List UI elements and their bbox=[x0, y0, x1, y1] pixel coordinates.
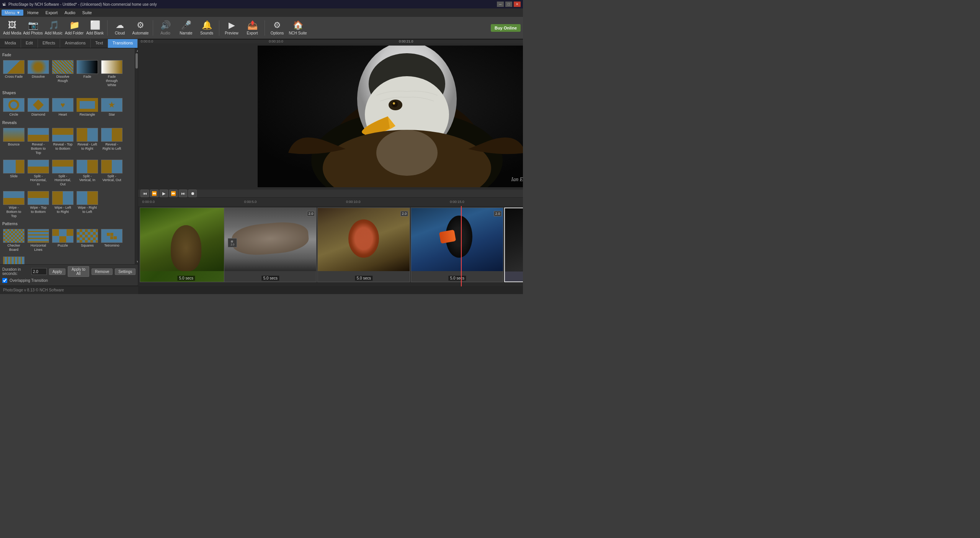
cloud-button[interactable]: ☁ Cloud bbox=[110, 18, 130, 38]
transition-split-h-in[interactable]: Split - Horizontal, In bbox=[27, 158, 50, 188]
export-button[interactable]: 📤 Export bbox=[242, 18, 262, 38]
clip-3[interactable]: 5.0 secs 2.0 bbox=[317, 208, 410, 282]
transition-reveal-b-t[interactable]: Reveal - Bottom to Top bbox=[27, 126, 50, 156]
transition-split-v-in[interactable]: Split - Vertical, In bbox=[76, 158, 99, 188]
transition-dissolve-rough[interactable]: Dissolve Rough bbox=[51, 59, 74, 88]
transition-checker[interactable]: Checker Board bbox=[2, 227, 25, 253]
bottom-controls: Duration in seconds: Apply Apply to All … bbox=[0, 264, 138, 286]
transition-circle[interactable]: Circle bbox=[2, 96, 25, 118]
playback-skip-end[interactable]: ⏭ bbox=[179, 190, 187, 197]
transition-reveal-l-r[interactable]: Reveal - Left to Right bbox=[76, 126, 99, 156]
transition-heart[interactable]: ♥ Heart bbox=[51, 96, 74, 118]
minimize-button[interactable]: ─ bbox=[497, 2, 504, 7]
narrate-button[interactable]: 🎤 Narrate bbox=[176, 18, 196, 38]
add-photos-button[interactable]: 📷 Add Photos bbox=[23, 18, 43, 38]
panel-scrollbar[interactable]: ▲ ▼ bbox=[135, 48, 138, 264]
sounds-button[interactable]: 🔔 Sounds bbox=[197, 18, 217, 38]
preview-watermark: Ian Evenden 2014 bbox=[511, 177, 523, 183]
transition-label-tetromino: Tetromino bbox=[104, 244, 119, 248]
clip-2[interactable]: 5.0 secs 2.0 bbox=[224, 208, 317, 282]
menu-item-home[interactable]: Home bbox=[24, 10, 41, 16]
clip-4[interactable]: 5.0 secs 2.0 bbox=[411, 208, 503, 282]
transition-label-reveal-r-l: Reveal - Right to Left bbox=[102, 142, 122, 151]
nch-suite-button[interactable]: 🏠 NCH Suite bbox=[288, 18, 308, 38]
transition-split-v-out[interactable]: Split - Vertical, Out bbox=[100, 158, 123, 188]
eagle-preview-svg bbox=[258, 46, 523, 187]
playback-rewind[interactable]: ⏪ bbox=[150, 190, 158, 197]
transition-diamond[interactable]: Diamond bbox=[27, 96, 50, 118]
transition-wipe-r-l[interactable]: Wipe - Right to Left bbox=[76, 190, 99, 219]
playback-fast-forward[interactable]: ⏩ bbox=[169, 190, 178, 197]
app-icon: 📽 bbox=[2, 2, 6, 7]
timeline-tracks[interactable]: 5.0 secs ⊞2.0 5.0 secs 2.0 bbox=[138, 206, 523, 294]
transition-wipe-b-t[interactable]: Wipe - Bottom to Top bbox=[2, 190, 25, 219]
apply-all-button[interactable]: Apply to All bbox=[68, 266, 89, 277]
transition-thumb-wipe-r-l bbox=[77, 191, 98, 205]
transition-label-split-v-in: Split - Vertical, In bbox=[77, 174, 97, 183]
menu-item-menu[interactable]: Menu ▼ bbox=[2, 10, 23, 16]
transition-h-lines[interactable]: Horizontal Lines bbox=[27, 227, 50, 253]
transition-slide[interactable]: Slide bbox=[2, 158, 25, 188]
video-track: 5.0 secs ⊞2.0 5.0 secs 2.0 bbox=[138, 206, 523, 286]
apply-button[interactable]: Apply bbox=[49, 268, 65, 275]
toolbar-separator-1 bbox=[107, 20, 108, 36]
buy-online-button[interactable]: Buy Online bbox=[491, 24, 521, 32]
options-button[interactable]: ⚙ Options bbox=[267, 18, 287, 38]
transition-v-lines[interactable]: Vertical Lines bbox=[2, 255, 25, 264]
transition-wipe-t-b[interactable]: Wipe - Top to Bottom bbox=[27, 190, 50, 219]
add-music-button[interactable]: 🎵 Add Music bbox=[44, 18, 64, 38]
transition-thumb-reveal-b-t bbox=[28, 128, 49, 142]
transition-squares[interactable]: Squares bbox=[76, 227, 99, 253]
transition-puzzle[interactable]: Puzzle bbox=[51, 227, 74, 253]
transition-cross-fade[interactable]: Cross Fade bbox=[2, 59, 25, 88]
transition-label-checker: Checker Board bbox=[4, 244, 24, 252]
transition-label-slide: Slide bbox=[10, 174, 18, 178]
menu-item-export[interactable]: Export bbox=[42, 10, 61, 16]
tab-effects[interactable]: Effects bbox=[38, 39, 60, 48]
close-button[interactable]: ✕ bbox=[514, 2, 521, 7]
toolbar-separator-3 bbox=[219, 20, 219, 36]
clip-1[interactable]: 5.0 secs bbox=[140, 208, 232, 282]
transition-tetromino[interactable]: Tetromino bbox=[100, 227, 123, 253]
tl-mark-10: 0:00:10.0 bbox=[346, 200, 361, 204]
audio-button[interactable]: 🔊 Audio bbox=[155, 18, 175, 38]
tab-media[interactable]: Media bbox=[0, 39, 21, 48]
preview-button[interactable]: ▶ Preview bbox=[222, 18, 242, 38]
automate-button[interactable]: ⚙ Automate bbox=[131, 18, 150, 38]
transition-wipe-l-r[interactable]: Wipe - Left to Right bbox=[51, 190, 74, 219]
maximize-button[interactable]: □ bbox=[505, 2, 512, 7]
transition-split-h-out[interactable]: Split - Horizontal, Out bbox=[51, 158, 74, 188]
remove-button[interactable]: Remove bbox=[91, 268, 113, 275]
scroll-thumb[interactable] bbox=[136, 53, 138, 69]
scroll-down-arrow[interactable]: ▼ bbox=[136, 260, 137, 263]
menu-item-suite[interactable]: Suite bbox=[79, 10, 95, 16]
overlap-checkbox[interactable] bbox=[2, 278, 7, 283]
add-folder-button[interactable]: 📁 Add Folder bbox=[64, 18, 84, 38]
transition-fade-white[interactable]: Fade through White bbox=[100, 59, 123, 88]
add-blank-button[interactable]: ⬜ Add Blank bbox=[85, 18, 105, 38]
duration-input[interactable] bbox=[31, 268, 47, 275]
settings-button[interactable]: Settings bbox=[115, 268, 136, 275]
transition-dissolve[interactable]: Dissolve bbox=[27, 59, 50, 88]
cloud-icon: ☁ bbox=[116, 20, 124, 30]
menu-item-audio[interactable]: Audio bbox=[62, 10, 78, 16]
playback-record[interactable]: ⏺ bbox=[188, 190, 197, 197]
playback-skip-start[interactable]: ⏮ bbox=[140, 190, 149, 197]
automate-label: Automate bbox=[132, 31, 149, 35]
add-media-button[interactable]: 🖼 Add Media bbox=[2, 18, 22, 38]
preview-timeline-ruler: 0:00:0.0 0:00:10.0 0:00:21.0 0:00:20.0 0… bbox=[138, 39, 523, 43]
add-photos-icon: 📷 bbox=[28, 20, 38, 30]
scroll-up-arrow[interactable]: ▲ bbox=[136, 49, 137, 52]
tab-edit[interactable]: Edit bbox=[21, 39, 38, 48]
tab-transitions[interactable]: Transitions bbox=[108, 39, 138, 48]
clip-5[interactable]: Ian Evenden 2014 5.0 secs 2.0 bbox=[504, 208, 523, 282]
tab-text[interactable]: Text bbox=[91, 39, 108, 48]
transition-star[interactable]: ★ Star bbox=[100, 96, 123, 118]
tab-animations[interactable]: Animations bbox=[60, 39, 90, 48]
transition-fade[interactable]: Fade bbox=[76, 59, 99, 88]
transition-reveal-r-l[interactable]: Reveal - Right to Left bbox=[100, 126, 123, 156]
transition-rectangle[interactable]: Rectangle bbox=[76, 96, 99, 118]
playback-play[interactable]: ▶ bbox=[160, 190, 168, 197]
transition-bounce[interactable]: Bounce bbox=[2, 126, 25, 156]
transition-reveal-t-b[interactable]: Reveal - Top to Bottom bbox=[51, 126, 74, 156]
